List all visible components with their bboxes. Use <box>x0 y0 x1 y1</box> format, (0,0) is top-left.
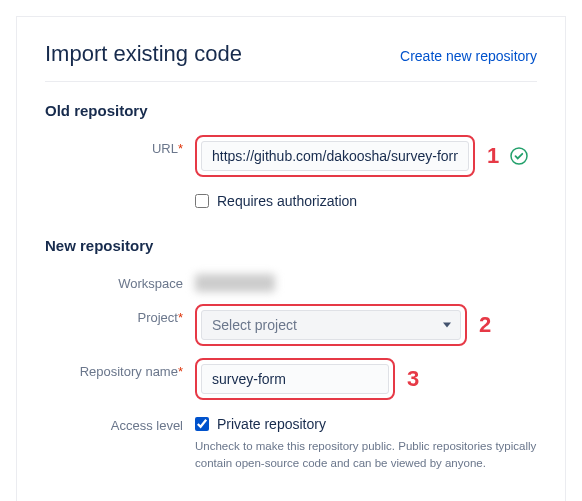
auth-control: Requires authorization <box>195 189 537 209</box>
page-title: Import existing code <box>45 41 242 67</box>
requires-auth-label: Requires authorization <box>217 193 357 209</box>
header: Import existing code Create new reposito… <box>45 41 537 82</box>
repo-name-row: Repository name 3 <box>45 358 537 400</box>
project-label: Project <box>45 304 195 325</box>
annotation-number-3: 3 <box>407 366 419 392</box>
project-control: Select project 2 <box>195 304 537 346</box>
workspace-row: Workspace <box>45 270 537 292</box>
project-row: Project Select project 2 <box>45 304 537 346</box>
repo-name-control: 3 <box>195 358 537 400</box>
access-control: Private repository Uncheck to make this … <box>195 412 537 473</box>
repo-name-input[interactable] <box>201 364 389 394</box>
access-row: Access level Private repository Uncheck … <box>45 412 537 473</box>
access-label: Access level <box>45 412 195 433</box>
valid-check-icon <box>509 146 529 166</box>
workspace-label: Workspace <box>45 270 195 291</box>
import-form: Import existing code Create new reposito… <box>16 16 566 501</box>
auth-row: Requires authorization <box>45 189 537 209</box>
old-repository-section: Old repository URL 1 Requires authorizat… <box>45 102 537 209</box>
new-repository-section: New repository Workspace Project Select … <box>45 237 537 473</box>
workspace-control <box>195 270 537 292</box>
url-row: URL 1 <box>45 135 537 177</box>
url-control: 1 <box>195 135 537 177</box>
annotation-highlight-1 <box>195 135 475 177</box>
private-help-text: Uncheck to make this repository public. … <box>195 438 537 473</box>
annotation-highlight-2: Select project <box>195 304 467 346</box>
repo-name-label: Repository name <box>45 358 195 379</box>
url-label: URL <box>45 135 195 156</box>
annotation-number-2: 2 <box>479 312 491 338</box>
project-select[interactable]: Select project <box>201 310 461 340</box>
requires-auth-checkbox[interactable] <box>195 194 209 208</box>
section-title-old: Old repository <box>45 102 537 119</box>
private-label: Private repository <box>217 416 326 432</box>
workspace-value-blurred <box>195 274 275 292</box>
create-new-repo-link[interactable]: Create new repository <box>400 48 537 64</box>
url-input[interactable] <box>201 141 469 171</box>
annotation-number-1: 1 <box>487 143 499 169</box>
section-title-new: New repository <box>45 237 537 254</box>
annotation-highlight-3 <box>195 358 395 400</box>
private-checkbox[interactable] <box>195 417 209 431</box>
